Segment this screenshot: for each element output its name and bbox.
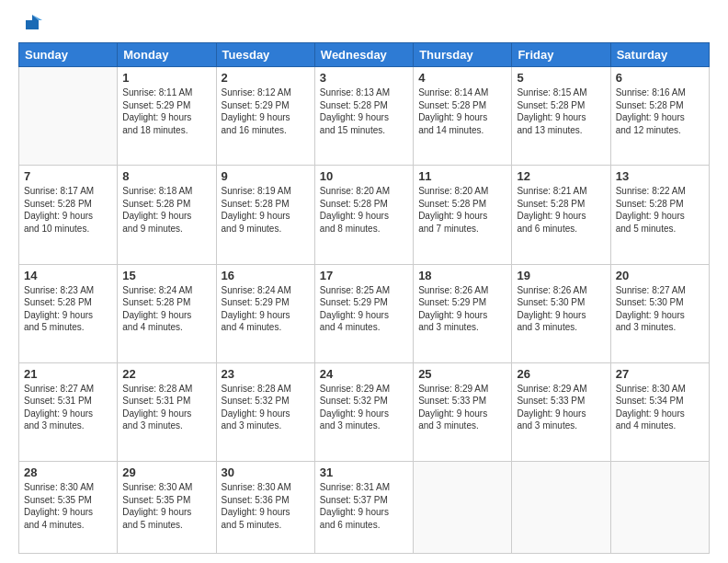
day-number: 18 xyxy=(418,269,506,282)
cell-info: Sunrise: 8:30 AM Sunset: 5:34 PM Dayligh… xyxy=(616,383,704,432)
day-number: 1 xyxy=(122,71,210,85)
day-number: 12 xyxy=(517,169,605,183)
calendar-week-2: 14Sunrise: 8:23 AM Sunset: 5:28 PM Dayli… xyxy=(19,264,710,362)
calendar-week-0: 1Sunrise: 8:11 AM Sunset: 5:29 PM Daylig… xyxy=(19,67,710,166)
day-number: 8 xyxy=(122,169,210,183)
calendar-cell: 5Sunrise: 8:15 AM Sunset: 5:28 PM Daylig… xyxy=(512,67,610,166)
calendar-cell: 11Sunrise: 8:20 AM Sunset: 5:28 PM Dayli… xyxy=(414,166,512,264)
calendar-cell: 23Sunrise: 8:28 AM Sunset: 5:32 PM Dayli… xyxy=(216,362,314,461)
calendar-cell: 22Sunrise: 8:28 AM Sunset: 5:31 PM Dayli… xyxy=(118,362,216,461)
day-header-monday: Monday xyxy=(118,43,216,67)
day-number: 26 xyxy=(517,367,605,381)
cell-info: Sunrise: 8:17 AM Sunset: 5:28 PM Dayligh… xyxy=(24,185,112,235)
cell-info: Sunrise: 8:29 AM Sunset: 5:32 PM Dayligh… xyxy=(320,383,408,432)
day-number: 25 xyxy=(418,367,506,381)
calendar-cell: 14Sunrise: 8:23 AM Sunset: 5:28 PM Dayli… xyxy=(19,264,118,362)
cell-info: Sunrise: 8:13 AM Sunset: 5:28 PM Dayligh… xyxy=(320,86,408,136)
calendar-cell: 4Sunrise: 8:14 AM Sunset: 5:28 PM Daylig… xyxy=(414,67,512,166)
calendar-cell: 20Sunrise: 8:27 AM Sunset: 5:30 PM Dayli… xyxy=(610,264,709,362)
day-number: 19 xyxy=(517,269,605,282)
calendar-cell: 26Sunrise: 8:29 AM Sunset: 5:33 PM Dayli… xyxy=(512,362,610,461)
cell-info: Sunrise: 8:20 AM Sunset: 5:28 PM Dayligh… xyxy=(320,185,408,235)
cell-info: Sunrise: 8:28 AM Sunset: 5:32 PM Dayligh… xyxy=(222,383,310,432)
day-number: 14 xyxy=(24,269,112,282)
page: SundayMondayTuesdayWednesdayThursdayFrid… xyxy=(0,0,728,563)
cell-info: Sunrise: 8:28 AM Sunset: 5:31 PM Dayligh… xyxy=(122,383,210,432)
cell-info: Sunrise: 8:30 AM Sunset: 5:35 PM Dayligh… xyxy=(122,481,210,531)
calendar-cell: 13Sunrise: 8:22 AM Sunset: 5:28 PM Dayli… xyxy=(610,166,709,264)
day-number: 21 xyxy=(24,367,112,381)
cell-info: Sunrise: 8:11 AM Sunset: 5:29 PM Dayligh… xyxy=(122,86,210,136)
calendar-cell: 19Sunrise: 8:26 AM Sunset: 5:30 PM Dayli… xyxy=(512,264,610,362)
day-number: 7 xyxy=(24,169,112,183)
calendar-cell: 30Sunrise: 8:30 AM Sunset: 5:36 PM Dayli… xyxy=(216,462,314,554)
day-number: 10 xyxy=(320,169,408,183)
day-header-wednesday: Wednesday xyxy=(314,43,413,67)
day-header-saturday: Saturday xyxy=(610,43,709,67)
day-number: 28 xyxy=(24,465,112,479)
calendar-cell: 9Sunrise: 8:19 AM Sunset: 5:28 PM Daylig… xyxy=(216,166,314,264)
cell-info: Sunrise: 8:14 AM Sunset: 5:28 PM Dayligh… xyxy=(418,86,506,136)
cell-info: Sunrise: 8:18 AM Sunset: 5:28 PM Dayligh… xyxy=(122,185,210,235)
cell-info: Sunrise: 8:31 AM Sunset: 5:37 PM Dayligh… xyxy=(320,481,408,531)
calendar-cell xyxy=(414,462,512,554)
cell-info: Sunrise: 8:26 AM Sunset: 5:30 PM Dayligh… xyxy=(517,284,605,334)
cell-info: Sunrise: 8:29 AM Sunset: 5:33 PM Dayligh… xyxy=(517,383,605,432)
day-number: 15 xyxy=(122,269,210,282)
day-number: 5 xyxy=(517,71,605,85)
calendar-cell: 3Sunrise: 8:13 AM Sunset: 5:28 PM Daylig… xyxy=(314,67,413,166)
day-number: 16 xyxy=(222,269,310,282)
calendar-cell: 15Sunrise: 8:24 AM Sunset: 5:28 PM Dayli… xyxy=(118,264,216,362)
cell-info: Sunrise: 8:24 AM Sunset: 5:29 PM Dayligh… xyxy=(222,284,310,334)
calendar-table: SundayMondayTuesdayWednesdayThursdayFrid… xyxy=(18,42,710,554)
calendar-cell xyxy=(512,462,610,554)
day-number: 17 xyxy=(320,269,408,282)
calendar-header-row: SundayMondayTuesdayWednesdayThursdayFrid… xyxy=(19,43,710,67)
day-number: 29 xyxy=(122,465,210,479)
logo-icon xyxy=(22,13,42,33)
day-number: 30 xyxy=(222,465,310,479)
day-number: 27 xyxy=(616,367,704,381)
day-header-sunday: Sunday xyxy=(19,43,118,67)
cell-info: Sunrise: 8:12 AM Sunset: 5:29 PM Dayligh… xyxy=(222,86,310,136)
day-number: 11 xyxy=(418,169,506,183)
cell-info: Sunrise: 8:30 AM Sunset: 5:35 PM Dayligh… xyxy=(24,481,112,531)
day-number: 22 xyxy=(122,367,210,381)
calendar-cell: 25Sunrise: 8:29 AM Sunset: 5:33 PM Dayli… xyxy=(414,362,512,461)
cell-info: Sunrise: 8:27 AM Sunset: 5:30 PM Dayligh… xyxy=(616,284,704,334)
calendar-cell: 12Sunrise: 8:21 AM Sunset: 5:28 PM Dayli… xyxy=(512,166,610,264)
day-number: 9 xyxy=(222,169,310,183)
day-number: 20 xyxy=(616,269,704,282)
calendar-cell: 10Sunrise: 8:20 AM Sunset: 5:28 PM Dayli… xyxy=(314,166,413,264)
day-number: 4 xyxy=(418,71,506,85)
cell-info: Sunrise: 8:19 AM Sunset: 5:28 PM Dayligh… xyxy=(222,185,310,235)
calendar-cell: 6Sunrise: 8:16 AM Sunset: 5:28 PM Daylig… xyxy=(610,67,709,166)
day-number: 13 xyxy=(616,169,704,183)
cell-info: Sunrise: 8:26 AM Sunset: 5:29 PM Dayligh… xyxy=(418,284,506,334)
calendar-cell: 24Sunrise: 8:29 AM Sunset: 5:32 PM Dayli… xyxy=(314,362,413,461)
cell-info: Sunrise: 8:16 AM Sunset: 5:28 PM Dayligh… xyxy=(616,86,704,136)
calendar-cell: 8Sunrise: 8:18 AM Sunset: 5:28 PM Daylig… xyxy=(118,166,216,264)
day-header-thursday: Thursday xyxy=(414,43,512,67)
calendar-cell xyxy=(19,67,118,166)
svg-marker-0 xyxy=(26,15,39,29)
cell-info: Sunrise: 8:25 AM Sunset: 5:29 PM Dayligh… xyxy=(320,284,408,334)
calendar-cell xyxy=(610,462,709,554)
cell-info: Sunrise: 8:24 AM Sunset: 5:28 PM Dayligh… xyxy=(122,284,210,334)
calendar-cell: 28Sunrise: 8:30 AM Sunset: 5:35 PM Dayli… xyxy=(19,462,118,554)
calendar-week-1: 7Sunrise: 8:17 AM Sunset: 5:28 PM Daylig… xyxy=(19,166,710,264)
cell-info: Sunrise: 8:27 AM Sunset: 5:31 PM Dayligh… xyxy=(24,383,112,432)
day-number: 31 xyxy=(320,465,408,479)
calendar-cell: 17Sunrise: 8:25 AM Sunset: 5:29 PM Dayli… xyxy=(314,264,413,362)
calendar-cell: 31Sunrise: 8:31 AM Sunset: 5:37 PM Dayli… xyxy=(314,462,413,554)
calendar-cell: 1Sunrise: 8:11 AM Sunset: 5:29 PM Daylig… xyxy=(118,67,216,166)
calendar-cell: 18Sunrise: 8:26 AM Sunset: 5:29 PM Dayli… xyxy=(414,264,512,362)
cell-info: Sunrise: 8:30 AM Sunset: 5:36 PM Dayligh… xyxy=(222,481,310,531)
calendar-cell: 29Sunrise: 8:30 AM Sunset: 5:35 PM Dayli… xyxy=(118,462,216,554)
header xyxy=(18,17,710,33)
day-number: 2 xyxy=(222,71,310,85)
cell-info: Sunrise: 8:15 AM Sunset: 5:28 PM Dayligh… xyxy=(517,86,605,136)
calendar-cell: 16Sunrise: 8:24 AM Sunset: 5:29 PM Dayli… xyxy=(216,264,314,362)
day-number: 24 xyxy=(320,367,408,381)
cell-info: Sunrise: 8:22 AM Sunset: 5:28 PM Dayligh… xyxy=(616,185,704,235)
